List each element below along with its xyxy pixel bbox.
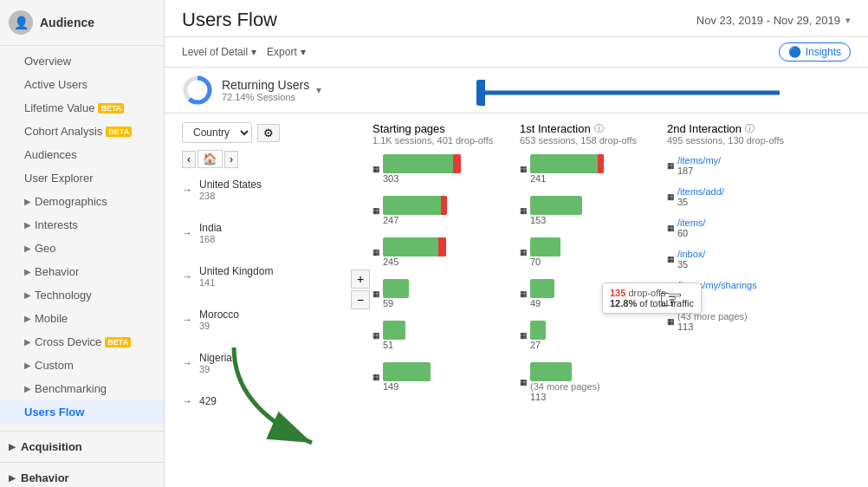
export-button[interactable]: Export ▾	[267, 46, 306, 58]
list-item[interactable]: ▦ 153	[520, 196, 641, 225]
nav-prev-button[interactable]: ‹	[182, 151, 196, 168]
divider	[0, 462, 164, 463]
bar-red-end	[598, 154, 604, 173]
sidebar-item-users-flow[interactable]: Users Flow	[0, 400, 164, 424]
country-select[interactable]: Country	[182, 122, 252, 143]
list-item[interactable]: ▦ (34 more pages) 113	[520, 362, 641, 402]
sidebar-item-cross-device[interactable]: ▶ Cross Device BETA	[0, 330, 164, 354]
path-label: /items/add/	[677, 186, 724, 197]
bar-icon: ▦	[520, 206, 528, 215]
list-item[interactable]: ▦ /inbox/ 35	[667, 248, 784, 270]
bar-visual	[530, 362, 572, 381]
bar-visual	[383, 154, 461, 173]
list-item: → United States 238	[182, 179, 372, 201]
list-item: → United Kingdom 141	[182, 265, 372, 288]
date-range[interactable]: Nov 23, 2019 - Nov 29, 2019 ▾	[696, 14, 851, 27]
settings-button[interactable]: ⚙	[257, 124, 280, 142]
sidebar-item-overview[interactable]: Overview	[0, 49, 164, 73]
country-count: 168	[199, 234, 222, 244]
bar-red-end	[438, 237, 446, 256]
donut-chart	[182, 75, 213, 106]
bar-red-end	[453, 154, 461, 173]
tooltip-dropoffs: 135	[610, 288, 625, 298]
tooltip-percent: 12.8%	[610, 298, 637, 308]
list-item: → 429	[182, 395, 372, 407]
expand-icon: ▶	[24, 290, 31, 300]
list-item[interactable]: ▦ /items/my/ 187	[667, 154, 784, 177]
bar-visual	[383, 279, 409, 298]
bar-visual	[530, 321, 546, 340]
bar-label: 49	[530, 298, 554, 308]
bar-block: 247	[383, 196, 447, 225]
sidebar-item-demographics[interactable]: ▶ Demographics	[0, 190, 164, 213]
bar-red-end	[441, 196, 447, 215]
arrow-right-icon: →	[182, 184, 192, 196]
list-item[interactable]: ▦ 70	[520, 237, 641, 267]
first-interaction-title: 1st Interaction	[520, 122, 591, 135]
sidebar-item-audiences[interactable]: Audiences	[0, 143, 164, 166]
list-item[interactable]: ▦ /items/ 60	[667, 217, 784, 239]
zoom-controls: + −	[351, 269, 370, 309]
path-label: /inbox/	[677, 249, 705, 259]
country-count: 39	[199, 321, 239, 331]
bar-icon: ▦	[372, 331, 380, 340]
list-item[interactable]: ▦ 245	[372, 237, 494, 267]
nav-next-button[interactable]: ›	[224, 151, 238, 168]
tooltip-percent-label: of total traffic	[639, 298, 694, 308]
chevron-down-icon: ▾	[301, 46, 306, 58]
sidebar-item-interests[interactable]: ▶ Interests	[0, 213, 164, 237]
sidebar-item-cohort-analysis[interactable]: Cohort Analysis BETA	[0, 120, 164, 143]
bar-label: 303	[383, 173, 461, 184]
list-item[interactable]: ▦ 27	[520, 321, 641, 350]
country-count-large: 429	[199, 395, 217, 407]
country-name: Morocco	[199, 308, 239, 321]
bar-label: (34 more pages)	[530, 381, 600, 392]
arrow-right-icon: →	[182, 270, 192, 282]
sidebar-item-behavior-section[interactable]: ▶ Behavior	[0, 466, 164, 487]
zoom-out-button[interactable]: −	[351, 290, 370, 309]
sidebar-item-mobile[interactable]: ▶ Mobile	[0, 307, 164, 330]
sidebar-item-benchmarking[interactable]: ▶ Benchmarking	[0, 377, 164, 400]
country-column: Country ⚙ ‹ 🏠 › → United States	[182, 122, 372, 407]
home-button[interactable]: 🏠	[198, 150, 223, 168]
beta-badge: BETA	[106, 127, 132, 137]
sidebar-item-acquisition[interactable]: ▶ Acquisition	[0, 435, 164, 458]
list-item[interactable]: ▦ 59	[372, 279, 494, 308]
bar-visual	[530, 196, 582, 215]
country-count: 141	[199, 277, 273, 288]
bar-label: 241	[530, 173, 604, 184]
sidebar-item-behavior[interactable]: ▶ Behavior	[0, 260, 164, 283]
bar-icon: ▦	[520, 248, 528, 256]
list-item[interactable]: ▦ 303	[372, 154, 494, 184]
level-of-detail-button[interactable]: Level of Detail ▾	[182, 46, 256, 58]
sidebar-item-technology[interactable]: ▶ Technology	[0, 283, 164, 307]
returning-users-label: Returning Users	[222, 78, 309, 92]
bar-icon: ▦	[372, 248, 380, 256]
bar-visual	[383, 196, 447, 215]
list-item[interactable]: ▦ /items/add/ 35	[667, 185, 784, 208]
tooltip-label: drop-offs	[628, 288, 665, 298]
sidebar-item-lifetime-value[interactable]: Lifetime Value BETA	[0, 96, 164, 120]
list-item[interactable]: ▦ 51	[372, 321, 494, 350]
list-item[interactable]: ▦ 241	[520, 154, 641, 184]
first-interaction-header: 1st Interaction ⓘ 653 sessions, 158 drop…	[520, 122, 641, 146]
list-item[interactable]: ▦ 149	[372, 362, 494, 392]
bar-icon: ▦	[667, 224, 675, 232]
bar-visual	[530, 154, 604, 173]
avatar: 👤	[9, 10, 33, 35]
nav-controls: ‹ 🏠 ›	[182, 150, 372, 168]
sidebar-item-user-explorer[interactable]: User Explorer	[0, 166, 164, 190]
sidebar-item-active-users[interactable]: Active Users	[0, 73, 164, 96]
returning-users-dropdown[interactable]: ▾	[316, 84, 321, 96]
bar-visual	[383, 362, 431, 381]
page-title: Users Flow	[182, 9, 277, 31]
list-item[interactable]: ▦ 247	[372, 196, 494, 225]
sidebar-item-geo[interactable]: ▶ Geo	[0, 237, 164, 260]
zoom-in-button[interactable]: +	[351, 269, 370, 289]
starting-pages-sessions: 1.1K sessions, 401 drop-offs	[372, 135, 494, 146]
beta-badge: BETA	[105, 337, 131, 347]
insights-button[interactable]: 🔵 Insights	[779, 42, 851, 62]
sidebar-item-custom[interactable]: ▶ Custom	[0, 354, 164, 377]
date-dropdown-icon[interactable]: ▾	[845, 15, 851, 26]
sidebar-audience-header[interactable]: 👤 Audience	[0, 0, 164, 46]
